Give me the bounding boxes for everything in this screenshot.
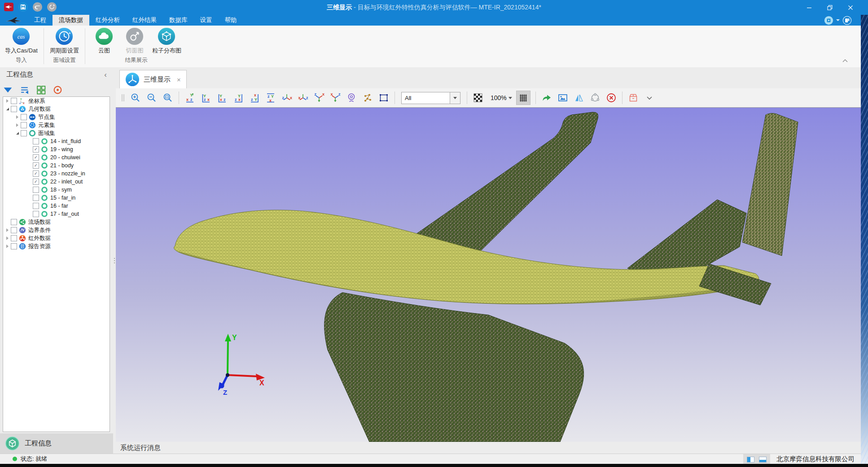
tree-item-节点集[interactable]: 节点集	[3, 113, 110, 121]
tree-checkbox[interactable]	[21, 122, 27, 128]
tree-item-19-wing[interactable]: ✓19 - wing	[3, 145, 110, 153]
filter-icon[interactable]	[3, 85, 13, 95]
panel-collapse-chevron-icon[interactable]: ‹	[104, 71, 107, 79]
tree-item-16-far[interactable]: 16 - far	[3, 202, 110, 210]
zoom-in-icon[interactable]	[130, 92, 141, 104]
tree-checkbox[interactable]	[21, 130, 27, 136]
viewport-3d[interactable]: Y X Z	[116, 107, 861, 442]
ribbon-button-导入casdat[interactable]: cas导入Cas/Dat	[3, 27, 40, 55]
tree-checkbox[interactable]	[11, 235, 17, 241]
tree-checkbox[interactable]	[21, 114, 27, 120]
save-icon[interactable]	[18, 2, 28, 12]
tree-item-坐标系[interactable]: Yzx坐标系	[3, 97, 110, 105]
tree-item-面域集[interactable]: 面域集	[3, 129, 110, 137]
tree-checkbox[interactable]	[11, 243, 17, 249]
locate-target-icon[interactable]	[53, 85, 63, 95]
tree-expander-icon[interactable]	[5, 228, 10, 232]
mesh-grid-icon[interactable]	[516, 91, 530, 105]
zoom-out-icon[interactable]	[146, 92, 158, 104]
zoom-level-dropdown[interactable]: 100%	[488, 94, 512, 101]
tree-item-几何数据[interactable]: 几何数据	[3, 105, 110, 113]
tree-item-21-body[interactable]: ✓21 - body	[3, 161, 110, 170]
probe-icon[interactable]	[346, 92, 357, 104]
menu-item-红外结果[interactable]: 红外结果	[126, 15, 163, 26]
tree-checkbox[interactable]	[11, 98, 17, 104]
snapshot-icon[interactable]	[557, 92, 569, 104]
orbit-icon[interactable]	[589, 92, 601, 104]
tree-checkbox[interactable]	[11, 219, 17, 225]
tree-expander-icon[interactable]	[5, 236, 10, 240]
menu-item-工程[interactable]: 工程	[28, 15, 53, 26]
ribbon-button-粒子分布图[interactable]: 粒子分布图	[150, 27, 184, 55]
tree-item-18-sym[interactable]: 18 - sym	[3, 186, 110, 194]
view-top-icon[interactable]: xzY	[249, 92, 260, 104]
iso-view-4-icon[interactable]: xz	[329, 92, 341, 104]
tree-item-报告资源[interactable]: 报告资源	[3, 242, 110, 250]
tree-item-流场数据[interactable]: 流场数据	[3, 218, 110, 226]
tree-expander-icon[interactable]	[15, 115, 20, 119]
view-bottom-icon[interactable]: zYx	[265, 92, 276, 104]
tree-checkbox[interactable]: ✓	[33, 179, 39, 185]
tree-item-23-nozzle_in[interactable]: ✓23 - nozzle_in	[3, 170, 110, 178]
tree-item-边界条件[interactable]: 边界条件	[3, 226, 110, 234]
undo-icon[interactable]	[32, 2, 43, 12]
checker-icon[interactable]	[472, 92, 484, 104]
tree-expander-icon[interactable]	[15, 132, 20, 135]
layout-left-icon[interactable]	[747, 456, 754, 462]
export-view-icon[interactable]	[541, 92, 552, 104]
view-right-icon[interactable]: Yzx	[232, 92, 244, 104]
menu-item-数据库[interactable]: 数据库	[163, 15, 194, 26]
tree-checkbox[interactable]: ✓	[33, 162, 39, 169]
tree-checkbox[interactable]	[11, 227, 17, 233]
zoom-fit-icon[interactable]	[162, 92, 174, 104]
view-front-icon[interactable]: xzY	[184, 92, 196, 104]
select-box-icon[interactable]	[378, 92, 390, 104]
view-back-icon[interactable]: Yzx	[200, 92, 212, 104]
iso-view-2-icon[interactable]: xz	[297, 92, 309, 104]
mirror-icon[interactable]	[573, 92, 585, 104]
iso-view-1-icon[interactable]: zx	[281, 92, 293, 104]
collapse-list-icon[interactable]	[19, 85, 30, 95]
maximize-button[interactable]	[820, 0, 840, 15]
project-panel-footer[interactable]: 工程信息	[0, 433, 113, 454]
view-left-icon[interactable]: Yxz	[216, 92, 228, 104]
ribbon-button-云图[interactable]: 云图	[89, 27, 119, 55]
filter-dropdown-arrow-icon[interactable]	[450, 92, 460, 104]
redo-icon[interactable]	[47, 2, 57, 12]
app-badge-icon[interactable]	[4, 2, 14, 12]
menubar-caret-icon[interactable]	[836, 19, 840, 21]
tree-checkbox[interactable]	[33, 138, 39, 144]
minimize-button[interactable]	[799, 0, 820, 15]
tree-expander-icon[interactable]	[5, 108, 10, 110]
tree-checkbox[interactable]: ✓	[33, 170, 39, 177]
tree-checkbox[interactable]	[11, 106, 17, 112]
menu-item-流场数据[interactable]: 流场数据	[53, 15, 89, 26]
menu-item-帮助[interactable]: 帮助	[219, 15, 243, 26]
tree-item-22-inlet_out[interactable]: ✓22 - inlet_out	[3, 178, 110, 186]
tab-close-icon[interactable]: ×	[177, 76, 181, 83]
remove-icon[interactable]	[605, 92, 617, 104]
help-book-icon[interactable]	[842, 16, 852, 25]
ribbon-button-周期面设置[interactable]: 周期面设置	[48, 27, 81, 55]
tree-expander-icon[interactable]	[5, 99, 10, 103]
tree-checkbox[interactable]	[33, 211, 39, 217]
tree-checkbox[interactable]	[33, 195, 39, 201]
tree-expander-icon[interactable]	[15, 123, 20, 127]
menu-item-设置[interactable]: 设置	[194, 15, 219, 26]
tree-checkbox[interactable]	[33, 187, 39, 193]
tree-item-元素集[interactable]: 元素集	[3, 121, 110, 129]
tree-checkbox[interactable]: ✓	[33, 146, 39, 153]
layout-bottom-icon[interactable]	[759, 456, 767, 462]
tab-三维显示[interactable]: 三维显示×	[119, 70, 187, 88]
menu-item-红外分析[interactable]: 红外分析	[89, 15, 126, 26]
tree-expander-icon[interactable]	[5, 244, 10, 248]
tree-checkbox[interactable]: ✓	[33, 154, 39, 161]
package-icon[interactable]	[627, 92, 639, 104]
display-filter-dropdown[interactable]: All	[401, 92, 460, 104]
ribbon-collapse-chevron-icon[interactable]	[842, 57, 848, 65]
tree-item-红外数据[interactable]: 红外数据	[3, 234, 110, 242]
tree-item-17-far_out[interactable]: 17 - far_out	[3, 210, 110, 218]
tree-checkbox[interactable]	[33, 203, 39, 209]
particle-trace-icon[interactable]	[362, 92, 373, 104]
style-icon[interactable]	[824, 16, 833, 25]
